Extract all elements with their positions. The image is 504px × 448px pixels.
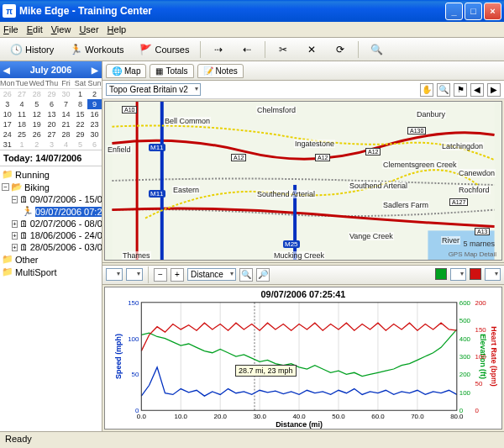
- close-button[interactable]: ×: [484, 3, 501, 20]
- menu-user[interactable]: User: [79, 24, 98, 34]
- cal-day[interactable]: 26: [29, 129, 45, 140]
- tree-running[interactable]: 📁Running: [2, 168, 100, 181]
- tree-other[interactable]: 📁Other: [2, 253, 100, 266]
- tree-multisport[interactable]: 📁MultiSport: [2, 266, 100, 278]
- calendar-grid[interactable]: MonTueWedThuFriSatSun2627282930123456789…: [0, 78, 102, 150]
- cal-day[interactable]: 24: [0, 129, 15, 140]
- cal-day[interactable]: 4: [15, 99, 29, 109]
- cal-day[interactable]: 27: [45, 129, 59, 140]
- cal-day[interactable]: 25: [15, 129, 29, 140]
- cal-day[interactable]: 14: [59, 109, 73, 119]
- prev-icon[interactable]: ◀: [470, 83, 484, 97]
- cal-day[interactable]: 30: [59, 89, 73, 99]
- cal-day[interactable]: 28: [59, 129, 73, 140]
- map-source-select[interactable]: Topo Great Britain v2: [106, 83, 201, 96]
- sync-from-button[interactable]: ⇠: [234, 40, 260, 59]
- zoom-icon[interactable]: 🔍: [239, 268, 253, 282]
- delete-button[interactable]: ✕: [299, 40, 324, 59]
- cal-day[interactable]: 9: [87, 99, 102, 109]
- cal-day[interactable]: 29: [45, 89, 59, 99]
- minimize-button[interactable]: _: [445, 3, 463, 20]
- zoom-icon[interactable]: 🔍: [437, 83, 450, 97]
- workouts-button[interactable]: 🏃Workouts: [63, 40, 129, 59]
- cal-day[interactable]: 2: [29, 140, 45, 150]
- cal-day[interactable]: 26: [0, 89, 15, 99]
- x-axis-select[interactable]: Distance: [187, 268, 236, 281]
- cal-day[interactable]: 30: [87, 129, 102, 140]
- courses-button[interactable]: 🚩Courses: [134, 40, 196, 59]
- cal-day[interactable]: 21: [59, 119, 73, 129]
- cal-day[interactable]: 1: [15, 140, 29, 150]
- expand-icon[interactable]: +: [12, 220, 18, 228]
- cal-day[interactable]: 11: [15, 109, 29, 119]
- cal-day[interactable]: 12: [29, 109, 45, 119]
- maximize-button[interactable]: □: [465, 3, 482, 20]
- tab-map[interactable]: 🌐Map: [106, 64, 146, 78]
- series-elev-toggle[interactable]: [435, 268, 447, 280]
- activity-tree[interactable]: 📁Running −📂Biking −🗓09/07/2006 - 15/07/2…: [0, 166, 102, 431]
- chart-y2-select[interactable]: [126, 268, 143, 281]
- cal-day[interactable]: 17: [0, 119, 15, 129]
- fit-icon[interactable]: 🔎: [256, 268, 270, 282]
- expand-icon[interactable]: +: [12, 244, 18, 251]
- series-elev-select[interactable]: [450, 268, 466, 281]
- cal-day[interactable]: 27: [15, 89, 29, 99]
- cal-day[interactable]: 16: [87, 109, 102, 119]
- next-icon[interactable]: ▶: [487, 83, 501, 97]
- cal-day[interactable]: 3: [0, 99, 15, 109]
- cal-day[interactable]: 3: [45, 140, 59, 150]
- cal-day[interactable]: 28: [29, 89, 45, 99]
- refresh-button[interactable]: ⟳: [328, 40, 353, 59]
- expand-icon[interactable]: +: [12, 232, 18, 240]
- pan-icon[interactable]: ✋: [420, 83, 433, 97]
- cal-day[interactable]: 13: [45, 109, 59, 119]
- tree-range[interactable]: +🗓18/06/2006 - 24/06/20: [2, 229, 100, 241]
- tab-totals[interactable]: ▦Totals: [150, 64, 193, 78]
- history-button[interactable]: 🕓History: [3, 40, 60, 59]
- cal-day[interactable]: 23: [87, 119, 102, 129]
- sync-to-button[interactable]: ⇢: [206, 40, 231, 59]
- cal-day[interactable]: 18: [15, 119, 29, 129]
- cal-day[interactable]: 1: [73, 89, 87, 99]
- flag-icon[interactable]: ⚑: [454, 83, 467, 97]
- tree-activity-selected[interactable]: 🏃09/07/2006 07:25: [2, 205, 100, 218]
- cal-day[interactable]: 19: [29, 119, 45, 129]
- menu-edit[interactable]: Edit: [27, 24, 43, 34]
- cal-day[interactable]: 4: [59, 140, 73, 150]
- prev-month-button[interactable]: ◀: [3, 66, 10, 75]
- chart-view[interactable]: 09/07/2006 07:25:410.010.020.030.040.050…: [104, 287, 502, 430]
- cal-day[interactable]: 6: [87, 140, 102, 150]
- search-button[interactable]: 🔍: [364, 40, 389, 59]
- cal-day[interactable]: 31: [0, 140, 15, 150]
- cal-day[interactable]: 8: [73, 99, 87, 109]
- menu-file[interactable]: File: [3, 24, 18, 34]
- cal-day[interactable]: 22: [73, 119, 87, 129]
- map-view[interactable]: Bell Common Chelmsford Danbury Enfield I…: [104, 101, 502, 261]
- menu-help[interactable]: Help: [108, 24, 127, 34]
- next-month-button[interactable]: ▶: [92, 66, 98, 75]
- cal-day[interactable]: 5: [29, 99, 45, 109]
- menu-view[interactable]: View: [51, 24, 71, 34]
- chart-y-select[interactable]: [106, 268, 123, 281]
- cal-day[interactable]: 7: [59, 99, 73, 109]
- cal-day[interactable]: 20: [45, 119, 59, 129]
- tree-range[interactable]: −🗓09/07/2006 - 15/07/20: [2, 193, 100, 205]
- cal-day[interactable]: 6: [45, 99, 59, 109]
- tree-range[interactable]: +🗓28/05/2006 - 03/06/20: [2, 241, 100, 253]
- cal-day[interactable]: 10: [0, 109, 15, 119]
- zoom-in-icon[interactable]: +: [171, 268, 184, 282]
- tree-biking[interactable]: −📂Biking: [2, 181, 100, 193]
- series-hr-toggle[interactable]: [470, 268, 481, 280]
- collapse-icon[interactable]: −: [12, 196, 18, 203]
- cal-day[interactable]: 15: [73, 109, 87, 119]
- tab-notes[interactable]: 📝Notes: [197, 64, 244, 78]
- tree-range[interactable]: +🗓02/07/2006 - 08/07/20: [2, 218, 100, 229]
- series-hr-select[interactable]: [485, 268, 501, 281]
- cal-day[interactable]: 2: [87, 89, 102, 99]
- zoom-out-icon[interactable]: −: [154, 268, 167, 282]
- cal-day[interactable]: 5: [73, 140, 87, 150]
- today-label[interactable]: Today: 14/07/2006: [0, 150, 102, 166]
- collapse-icon[interactable]: −: [2, 183, 9, 191]
- cal-day[interactable]: 29: [73, 129, 87, 140]
- cut-button[interactable]: ✂: [270, 40, 296, 59]
